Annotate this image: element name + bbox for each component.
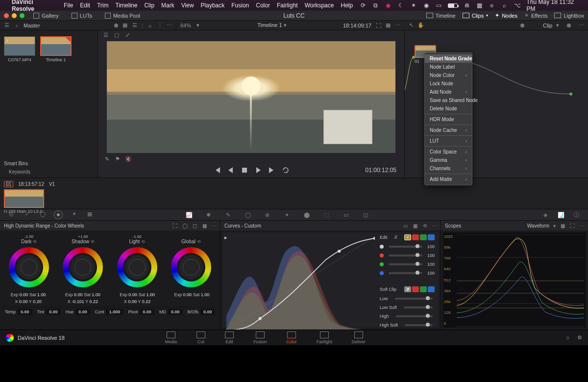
edit-slider-1[interactable]: 100 xyxy=(380,253,435,258)
toggle-nodes[interactable]: ✦Nodes xyxy=(495,12,517,19)
view-thumb-icon[interactable]: ▦ xyxy=(122,23,128,28)
scopes-expand-icon[interactable]: ⛶ xyxy=(569,223,575,229)
zoom-level[interactable]: 84% xyxy=(180,23,191,28)
flag-dot-3-icon[interactable] xyxy=(567,24,571,27)
page-media[interactable]: Media xyxy=(165,331,177,344)
close-window-icon[interactable] xyxy=(4,13,9,18)
status-wifi-icon[interactable]: ⋒ xyxy=(464,2,470,9)
wheel-dark[interactable] xyxy=(9,247,49,287)
page-fusion[interactable]: Fusion xyxy=(253,331,267,344)
curves-reset-icon[interactable]: ⟲ xyxy=(422,223,428,229)
status-display-icon[interactable]: ▭ xyxy=(435,2,442,9)
viewer-square-icon[interactable]: ▢ xyxy=(114,32,120,38)
foot-tint[interactable]: Tint0.00 xyxy=(37,309,61,314)
wheels-kebab-icon[interactable]: ⋯ xyxy=(211,223,216,229)
edit-slider-3[interactable]: 100 xyxy=(380,271,435,276)
wheel-global[interactable] xyxy=(171,247,211,287)
status-notif-icon[interactable]: ◉ xyxy=(385,2,392,9)
flag-dot-2-icon[interactable] xyxy=(520,24,524,27)
ctx-lock-node[interactable]: Lock Node xyxy=(425,79,472,88)
zoom-window-icon[interactable] xyxy=(20,13,24,18)
flag-dot-icon[interactable] xyxy=(114,24,118,27)
foot-cont[interactable]: Cont1.000 xyxy=(95,309,123,314)
page-fairlight[interactable]: Fairlight xyxy=(317,331,332,344)
wheels-opt1-icon[interactable]: ▢ xyxy=(192,223,197,229)
pal-blur-icon[interactable]: ⬤ xyxy=(302,211,311,218)
kebab-icon-2[interactable]: ⋯ xyxy=(395,22,400,28)
menu-timeline[interactable]: Timeline xyxy=(116,2,138,9)
menu-fusion[interactable]: Fusion xyxy=(231,2,249,9)
page-deliver[interactable]: Deliver xyxy=(352,331,366,344)
menu-mark[interactable]: Mark xyxy=(161,2,174,9)
ctx-save-shared[interactable]: Save as Shared Node xyxy=(425,96,472,104)
ctx-color-space[interactable]: Color Space xyxy=(425,148,472,156)
wheel-dark-expsat[interactable]: Exp 0.00 Sat 1.00X 0.00 Y 0.20 xyxy=(2,292,54,304)
pal-qualifier-icon[interactable]: ✎ xyxy=(224,211,233,218)
toggle-timeline[interactable]: Timeline xyxy=(426,12,456,19)
reset-shadow-icon[interactable]: ⟲ xyxy=(91,239,95,244)
chevron-down-icon-2[interactable]: ▾ xyxy=(195,23,201,28)
status-moon-icon[interactable]: ☾ xyxy=(397,2,404,9)
pal-tracking-icon[interactable]: ⊕ xyxy=(263,211,272,218)
loop-icon[interactable] xyxy=(282,166,290,174)
ch-b-icon[interactable] xyxy=(428,234,435,240)
pal-keyframe-icon[interactable]: ◈ xyxy=(541,211,550,218)
status-record-icon[interactable]: ◉ xyxy=(423,2,430,9)
wheel-shadow-expsat[interactable]: Exp 0.00 Sat 1.00X -0.101 Y 0.22 xyxy=(56,292,109,304)
curves-mode1-icon[interactable]: ▭ xyxy=(402,223,408,229)
clip-thumb-1[interactable]: Timeline 1 xyxy=(40,36,72,62)
battery-icon[interactable] xyxy=(448,3,458,8)
ctx-add-node[interactable]: Add Node xyxy=(425,88,472,96)
wheel-global-expsat[interactable]: Exp 0.00 Sat 1.00 xyxy=(166,292,218,304)
menu-file[interactable]: File xyxy=(64,2,73,9)
ch-g-icon[interactable] xyxy=(420,234,427,240)
toggle-lightbox[interactable]: Lightbox xyxy=(554,12,584,19)
menu-color[interactable]: Color xyxy=(256,2,270,9)
pal-info-icon[interactable]: ⓘ xyxy=(572,211,581,218)
chevron-down-icon-3[interactable]: ▾ xyxy=(284,22,287,28)
sc-highsoft[interactable]: High Soft xyxy=(380,323,435,328)
sc-g-icon[interactable] xyxy=(420,286,427,292)
breadcrumb-master[interactable]: Master xyxy=(24,23,40,28)
foot-bofs[interactable]: B/Ofs0.00 xyxy=(187,309,215,314)
hand-icon[interactable]: ✋ xyxy=(418,23,424,28)
chevron-left-icon[interactable]: ‹ xyxy=(14,23,20,28)
tab-mediapool[interactable]: Media Pool xyxy=(101,12,144,20)
chevron-down-icon-4[interactable]: ▾ xyxy=(556,22,559,28)
pal-motion-icon[interactable]: ▦ xyxy=(85,210,94,217)
ctx-channels[interactable]: Channels xyxy=(425,164,472,173)
pointer-icon[interactable]: ↖ xyxy=(408,23,414,28)
pal-rgb-mixer-icon[interactable]: ✦ xyxy=(70,210,78,217)
reset-dark-icon[interactable]: ⟲ xyxy=(33,239,37,244)
ctx-node-label[interactable]: Node Label xyxy=(425,63,472,71)
edit-slider-0[interactable]: 100 xyxy=(380,244,435,249)
ctx-hdr-mode[interactable]: HDR Mode xyxy=(425,115,472,124)
play-reverse-icon[interactable] xyxy=(227,166,235,174)
ctx-add-matte[interactable]: Add Matte xyxy=(425,175,472,183)
pal-scopes-icon[interactable]: 📊 xyxy=(557,211,565,218)
ch-r-icon[interactable] xyxy=(412,234,419,240)
ctx-lut[interactable]: LUT xyxy=(425,137,472,145)
wheel-light-expsat[interactable]: Exp 0.00 Sat 1.00X 0.00 Y 0.22 xyxy=(111,292,164,304)
goto-end-icon[interactable] xyxy=(268,166,276,174)
pal-sizing-icon[interactable]: ▭ xyxy=(342,211,350,218)
curves-link-icon[interactable]: ⇵ xyxy=(393,234,399,240)
scopes-layout-icon[interactable]: ▦ xyxy=(560,223,565,229)
wheels-zone-icon[interactable]: ◯ xyxy=(182,223,188,229)
master-timecode[interactable]: 18:14:09:17 xyxy=(343,23,371,28)
view-list-icon[interactable]: ☰ xyxy=(132,23,138,28)
chevron-down-icon-5[interactable]: ▾ xyxy=(553,223,556,229)
foot-temp[interactable]: Temp0.00 xyxy=(5,309,32,314)
render-cache-icon[interactable]: ▦ xyxy=(385,23,391,28)
status-compass-icon[interactable]: ⌾ xyxy=(489,2,495,9)
sort-icon[interactable]: ⋮ xyxy=(157,23,163,28)
stop-icon[interactable] xyxy=(241,166,248,174)
page-color[interactable]: Color xyxy=(286,331,297,344)
sc-lowsoft[interactable]: Low Soft xyxy=(380,305,435,310)
tab-gallery[interactable]: Gallery xyxy=(29,12,63,20)
pal-curves-icon[interactable]: 📈 xyxy=(185,211,194,218)
ctx-delete-node[interactable]: Delete Node xyxy=(425,104,472,113)
search-icon[interactable]: ⌕ xyxy=(147,23,153,28)
ctx-reset-node-grade[interactable]: Reset Node Grade xyxy=(425,54,472,63)
ctx-gamma[interactable]: Gamma xyxy=(425,156,472,164)
